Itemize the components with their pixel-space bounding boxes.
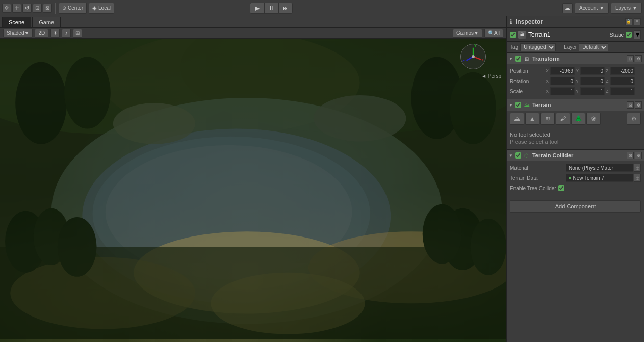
paint-texture-btn[interactable]: 🖌	[556, 113, 570, 125]
enable-tree-row: Enable Tree Collider	[510, 183, 641, 193]
cloud-icon[interactable]: ☁	[562, 3, 573, 13]
terrain-enabled-checkbox[interactable]	[515, 102, 521, 108]
add-component-btn[interactable]: Add Component	[510, 200, 641, 213]
center-icon: ⊙	[62, 5, 66, 11]
rotation-x-input[interactable]	[550, 77, 575, 85]
play-controls: ▶ ⏸ ⏭	[250, 3, 293, 14]
paint-details-btn[interactable]: ❀	[586, 113, 601, 125]
transform-enabled-checkbox[interactable]	[515, 56, 521, 62]
collider-settings-btn[interactable]: ⚙	[635, 152, 642, 159]
scene-viewport[interactable]: Y X Z ◄ Persp	[0, 39, 506, 342]
no-tool-title: No tool selected	[510, 131, 641, 138]
position-z-input[interactable]	[610, 67, 635, 75]
tab-scene[interactable]: Scene	[2, 17, 31, 27]
position-x-input[interactable]	[550, 67, 575, 75]
place-trees-btn[interactable]: 🌲	[571, 113, 585, 125]
layers-btn[interactable]: Layers ▼	[611, 3, 642, 14]
raise-lower-btn[interactable]: ⛰	[510, 113, 524, 125]
pos-z-label: Z	[606, 68, 610, 73]
terrain-collider-section: ▼ ⬡ Terrain Collider ⊡ ⚙ Material None (…	[507, 150, 644, 196]
terrain-collider-header[interactable]: ▼ ⬡ Terrain Collider ⊡ ⚙	[507, 150, 644, 161]
tag-select[interactable]: Untagged	[520, 43, 556, 51]
pos-x-label: X	[546, 68, 550, 73]
local-btn[interactable]: ◉ Local	[89, 3, 114, 14]
layer-select[interactable]: Default	[579, 43, 608, 51]
shading-btn[interactable]: Shaded ▼	[3, 29, 33, 38]
scale-x-input[interactable]	[550, 87, 575, 95]
separator-1	[55, 3, 56, 14]
position-y-item: Y	[576, 67, 605, 75]
center-btn[interactable]: ⊙ Center	[59, 3, 87, 14]
position-label: Position	[510, 68, 546, 74]
static-text: Static	[609, 32, 624, 38]
svg-point-15	[58, 217, 97, 277]
enable-tree-label: Enable Tree Collider	[510, 186, 556, 191]
inspector-menu-btn[interactable]: ≡	[634, 18, 641, 25]
inspector-header-icons: 🔒 ≡	[625, 18, 641, 25]
static-checkbox[interactable]	[626, 32, 632, 38]
inspector-lock-btn[interactable]: 🔒	[625, 18, 632, 25]
shading-label: Shaded	[7, 30, 24, 36]
scale-y-input[interactable]	[580, 87, 605, 95]
step-btn[interactable]: ⏭	[278, 3, 293, 14]
move-tool-btn[interactable]: ✛	[12, 4, 21, 13]
rotation-y-input[interactable]	[580, 77, 605, 85]
position-y-input[interactable]	[580, 67, 605, 75]
account-btn[interactable]: Account ▼	[575, 3, 609, 14]
terrain-data-pick-btn[interactable]: ◎	[634, 174, 641, 182]
terrain-settings-btn[interactable]: ⚙	[635, 101, 642, 109]
object-icon: 🏔	[518, 31, 526, 39]
svg-point-23	[113, 103, 195, 144]
scale-xyz: X Y Z	[546, 87, 641, 95]
set-height-btn[interactable]: ▲	[525, 113, 539, 125]
search-btn[interactable]: 🔍 All	[484, 29, 503, 38]
pause-btn[interactable]: ⏸	[264, 3, 278, 14]
effects-icon[interactable]: ⊞	[73, 29, 82, 38]
terrain-collapse-icon: ▼	[509, 103, 513, 108]
collider-copy-btn[interactable]: ⊡	[627, 152, 634, 159]
search-text: All	[494, 30, 500, 36]
transform-header[interactable]: ▼ ⊞ Transform ⊡ ⚙	[507, 53, 644, 64]
lighting-icon[interactable]: ☀	[50, 29, 60, 38]
play-btn[interactable]: ▶	[250, 3, 264, 14]
enable-tree-checkbox[interactable]	[558, 185, 564, 191]
svg-text:X: X	[481, 58, 484, 62]
hand-tool-btn[interactable]: ✥	[2, 4, 11, 13]
inspector-panel: ℹ Inspector 🔒 ≡ 🏔 Terrain1 Static ▼ Tag …	[506, 16, 644, 342]
no-tool-subtitle: Please select a tool	[510, 139, 641, 145]
gizmos-btn[interactable]: Gizmos ▼	[453, 29, 482, 38]
layer-label: Layer	[564, 44, 577, 50]
scale-z-input[interactable]	[610, 87, 635, 95]
material-pick-btn[interactable]: ◎	[634, 164, 641, 172]
tab-game[interactable]: Game	[32, 17, 61, 27]
terrain-data-text: New Terrain 7	[573, 175, 604, 181]
rect-tool-btn[interactable]: ⊠	[43, 4, 52, 13]
scale-x-item: X	[546, 87, 575, 95]
svg-point-24	[314, 95, 406, 142]
local-label: Local	[98, 5, 111, 11]
rotate-tool-btn[interactable]: ↺	[22, 4, 32, 13]
collider-enabled-checkbox[interactable]	[515, 152, 521, 159]
terrain-copy-btn[interactable]: ⊡	[627, 101, 634, 109]
main-layout: Scene Game Shaded ▼ 2D ☀ ♪ ⊞ Gizmos ▼	[0, 16, 644, 342]
smooth-btn[interactable]: ≋	[540, 113, 555, 125]
transform-tools: ✥ ✛ ↺ ⊡ ⊠	[2, 4, 52, 13]
rotation-z-input[interactable]	[610, 77, 635, 85]
object-active-checkbox[interactable]	[510, 32, 516, 38]
inspector-title: Inspector	[516, 18, 622, 25]
twod-btn[interactable]: 2D	[35, 29, 48, 38]
terrain-name: Terrain	[532, 102, 625, 108]
rotation-row: Rotation X Y Z	[510, 76, 641, 86]
terrain-settings-tool-btn[interactable]: ⚙	[627, 113, 641, 125]
svg-text:Y: Y	[474, 44, 477, 47]
tag-layer-row: Tag Untagged Layer Default	[507, 42, 644, 53]
transform-settings-btn[interactable]: ⚙	[635, 55, 642, 62]
scale-z-item: Z	[606, 87, 635, 95]
scale-row: Scale X Y Z	[510, 87, 641, 96]
transform-copy-btn[interactable]: ⊡	[627, 55, 634, 62]
terrain-data-row: Terrain Data ■ New Terrain 7 ◎	[510, 173, 641, 182]
static-dropdown-btn[interactable]: ▼	[634, 30, 641, 39]
scale-tool-btn[interactable]: ⊡	[33, 4, 42, 13]
audio-icon[interactable]: ♪	[62, 29, 71, 38]
terrain-header[interactable]: ▼ ⛰ Terrain ⊡ ⚙	[507, 99, 644, 111]
